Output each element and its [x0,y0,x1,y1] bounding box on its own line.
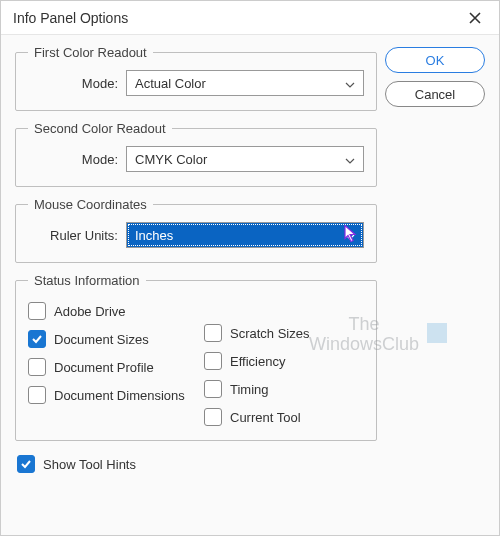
mode-label: Mode: [28,76,118,91]
checkbox-label: Document Dimensions [54,388,185,403]
checkbox-label: Current Tool [230,410,301,425]
ruler-label: Ruler Units: [28,228,118,243]
group-legend: First Color Readout [28,45,153,60]
bottom-row: Show Tool Hints [15,451,377,473]
checkbox-box [17,455,35,473]
chevron-down-icon [345,228,355,243]
dialog-body: First Color Readout Mode: Actual Color S… [1,35,499,535]
mode-row: Mode: CMYK Color [28,146,364,172]
checkbox-label: Adobe Drive [54,304,126,319]
left-column: First Color Readout Mode: Actual Color S… [15,45,377,521]
dialog-title: Info Panel Options [13,10,128,26]
status-checkbox[interactable]: Efficiency [204,352,364,370]
status-checkbox[interactable]: Document Dimensions [28,386,188,404]
checkbox-label: Document Profile [54,360,154,375]
status-checkbox[interactable]: Timing [204,380,364,398]
chevron-down-icon [345,152,355,167]
chevron-down-icon [345,76,355,91]
status-checkbox[interactable]: Document Profile [28,358,188,376]
checkbox-box [204,352,222,370]
status-checkbox[interactable]: Document Sizes [28,330,188,348]
checkbox-box [204,324,222,342]
group-legend: Second Color Readout [28,121,172,136]
check-icon [31,333,43,345]
titlebar: Info Panel Options [1,1,499,35]
status-checkbox[interactable]: Scratch Sizes [204,324,364,342]
status-column-1: Adobe DriveDocument SizesDocument Profil… [28,302,188,426]
ok-button[interactable]: OK [385,47,485,73]
select-value: Inches [135,228,173,243]
close-icon [469,12,481,24]
checkbox-box [28,386,46,404]
right-column: OK Cancel [385,45,485,521]
select-value: CMYK Color [135,152,207,167]
cancel-button[interactable]: Cancel [385,81,485,107]
mode-label: Mode: [28,152,118,167]
mouse-coordinates-group: Mouse Coordinates Ruler Units: Inches [15,197,377,263]
ruler-row: Ruler Units: Inches [28,222,364,248]
second-mode-select[interactable]: CMYK Color [126,146,364,172]
checkbox-box [28,330,46,348]
group-legend: Mouse Coordinates [28,197,153,212]
status-grid: Adobe DriveDocument SizesDocument Profil… [28,298,364,426]
checkbox-label: Timing [230,382,269,397]
first-color-readout-group: First Color Readout Mode: Actual Color [15,45,377,111]
checkbox-box [204,380,222,398]
close-button[interactable] [457,4,493,32]
checkbox-label: Efficiency [230,354,285,369]
checkbox-box [28,302,46,320]
checkbox-label: Scratch Sizes [230,326,309,341]
status-checkbox[interactable]: Current Tool [204,408,364,426]
checkbox-box [28,358,46,376]
status-column-2: Scratch SizesEfficiencyTimingCurrent Too… [204,302,364,426]
second-color-readout-group: Second Color Readout Mode: CMYK Color [15,121,377,187]
status-information-group: Status Information Adobe DriveDocument S… [15,273,377,441]
first-mode-select[interactable]: Actual Color [126,70,364,96]
show-tool-hints-checkbox[interactable]: Show Tool Hints [17,455,375,473]
mode-row: Mode: Actual Color [28,70,364,96]
checkbox-label: Document Sizes [54,332,149,347]
select-value: Actual Color [135,76,206,91]
checkbox-box [204,408,222,426]
group-legend: Status Information [28,273,146,288]
checkbox-label: Show Tool Hints [43,457,136,472]
check-icon [20,458,32,470]
ruler-units-select[interactable]: Inches [126,222,364,248]
dialog: Info Panel Options First Color Readout M… [0,0,500,536]
status-checkbox[interactable]: Adobe Drive [28,302,188,320]
